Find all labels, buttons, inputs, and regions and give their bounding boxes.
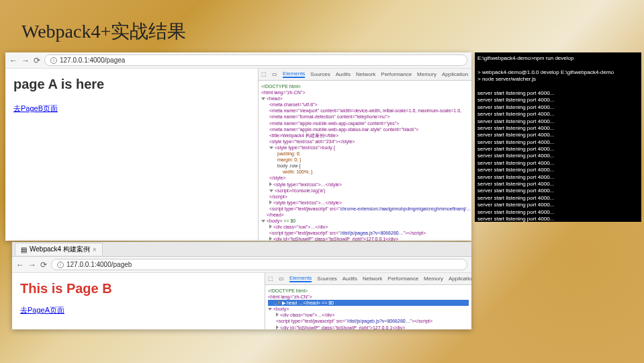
reload-button[interactable]: ⟳ xyxy=(34,56,40,65)
device-icon[interactable]: ▭ xyxy=(279,276,284,282)
url-input-a[interactable]: i 127.0.0.1:4000/pagea xyxy=(44,54,467,66)
forward-button[interactable]: → xyxy=(21,56,30,65)
info-icon[interactable]: i xyxy=(57,261,64,268)
tab-memory[interactable]: Memory xyxy=(424,276,443,282)
inspect-icon[interactable]: ⬚ xyxy=(268,276,273,282)
page-b-content: This is Page B 去PageA页面 xyxy=(12,273,265,329)
url-text: 127.0.0.1:4000/pagea xyxy=(60,56,125,64)
tab-application[interactable]: Application xyxy=(449,276,471,282)
terminal-line: server start listening port 4000... xyxy=(477,181,639,188)
forward-button[interactable]: → xyxy=(28,260,36,270)
tab-bar-b: ▤ Webpack4 构建案例 × xyxy=(12,242,471,257)
browser-window-b: ▤ Webpack4 构建案例 × ← → ⟳ i 127.0.0.1:4000… xyxy=(12,242,471,329)
url-input-b[interactable]: i 127.0.0.1:4000/pageb xyxy=(51,259,467,270)
tab-favicon: ▤ xyxy=(21,246,27,253)
terminal-line: server start listening port 4000... xyxy=(477,125,639,132)
back-button[interactable]: ← xyxy=(16,260,24,270)
goto-pagea-link[interactable]: 去PageA页面 xyxy=(20,306,64,314)
terminal-line xyxy=(477,83,639,90)
tab-sources[interactable]: Sources xyxy=(310,71,330,77)
terminal-line: > node server/watcher.js xyxy=(477,76,639,83)
terminal-line: server start listening port 4000... xyxy=(477,132,639,138)
terminal-line: server start listening port 4000... xyxy=(477,188,639,194)
tab-sources[interactable]: Sources xyxy=(317,276,336,282)
page-a-heading: page A is here xyxy=(13,77,250,92)
terminal-prompt: E:\git\webpack4-demo>npm run develop xyxy=(477,55,639,62)
devtools-html-b[interactable]: <!DOCTYPE html> <html lang="zh-CN"> …▶ h… xyxy=(265,285,471,329)
tab-title: Webpack4 构建案例 xyxy=(30,245,90,254)
terminal-line: server start listening port 4000... xyxy=(477,118,639,125)
terminal-line: server start listening port 4000... xyxy=(477,216,639,222)
tab-elements[interactable]: Elements xyxy=(283,71,305,78)
terminal-line: server start listening port 4000... xyxy=(477,153,639,159)
page-b-heading: This is Page B xyxy=(20,281,257,296)
inspect-icon[interactable]: ⬚ xyxy=(261,71,267,77)
tab-network[interactable]: Network xyxy=(363,276,382,282)
terminal-line: server start listening port 4000... xyxy=(477,104,639,111)
devtools-tabs-b: ⬚ ▭ Elements Sources Audits Network Perf… xyxy=(265,273,471,285)
tab-performance[interactable]: Performance xyxy=(381,71,412,77)
tab-network[interactable]: Network xyxy=(356,71,375,77)
devtools-b: ⬚ ▭ Elements Sources Audits Network Perf… xyxy=(265,273,471,329)
back-button[interactable]: ← xyxy=(9,56,17,65)
terminal-line: server start listening port 4000... xyxy=(477,195,639,202)
terminal-line xyxy=(477,62,639,69)
terminal-line: server start listening port 4000... xyxy=(477,167,639,173)
terminal-line: server start listening port 4000... xyxy=(477,160,639,167)
address-bar-b: ← → ⟳ i 127.0.0.1:4000/pageb xyxy=(12,257,471,273)
page-a-content: page A is here 去PageB页面 xyxy=(5,69,258,241)
devtools-tabs-a: ⬚ ▭ Elements Sources Audits Network Perf… xyxy=(259,69,471,81)
address-bar-a: ← → ⟳ i 127.0.0.1:4000/pagea xyxy=(5,52,471,69)
info-icon[interactable]: i xyxy=(50,57,57,64)
tab-audits[interactable]: Audits xyxy=(336,71,351,77)
devtools-a: ⬚ ▭ Elements Sources Audits Network Perf… xyxy=(258,69,471,241)
terminal-line: > webpack4-demo@1.0.0 develop E:\git\web… xyxy=(477,69,639,76)
terminal-line: server start listening port 4000... xyxy=(477,209,639,216)
terminal-window[interactable]: E:\git\webpack4-demo>npm run develop > w… xyxy=(475,52,641,222)
device-icon[interactable]: ▭ xyxy=(272,71,277,77)
terminal-line: server start listening port 4000... xyxy=(477,111,639,118)
browser-window-a: ← → ⟳ i 127.0.0.1:4000/pagea page A is h… xyxy=(5,52,471,241)
terminal-line: server start listening port 4000... xyxy=(477,146,639,153)
terminal-line: server start listening port 4000... xyxy=(477,174,639,181)
tab-memory[interactable]: Memory xyxy=(417,71,436,77)
goto-pageb-link[interactable]: 去PageB页面 xyxy=(13,104,58,112)
devtools-html-a[interactable]: <!DOCTYPE html> <html lang="zh-CN"> <hea… xyxy=(259,81,471,241)
browser-tab-b[interactable]: ▤ Webpack4 构建案例 × xyxy=(15,243,103,255)
tab-performance[interactable]: Performance xyxy=(387,276,418,282)
terminal-line: server start listening port 4000... xyxy=(477,202,639,208)
tab-audits[interactable]: Audits xyxy=(342,276,357,282)
terminal-line: server start listening port 4000... xyxy=(477,139,639,146)
tab-application[interactable]: Application xyxy=(442,71,468,77)
url-text: 127.0.0.1:4000/pageb xyxy=(66,261,132,268)
reload-button[interactable]: ⟳ xyxy=(40,260,47,270)
terminal-line: server start listening port 4000... xyxy=(477,90,639,97)
tab-elements[interactable]: Elements xyxy=(289,275,312,282)
tab-close-icon[interactable]: × xyxy=(93,246,97,253)
terminal-line: server start listening port 4000... xyxy=(477,97,639,104)
slide-title: Webpack4+实战结果 xyxy=(21,19,186,44)
